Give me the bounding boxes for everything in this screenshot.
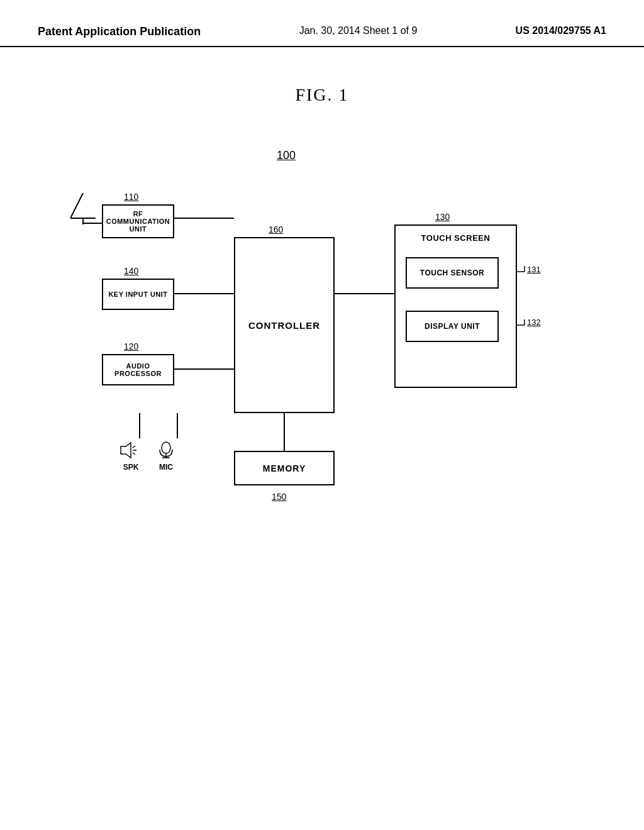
memory-box: MEMORY <box>234 451 335 485</box>
rf-communication-unit-box: RF COMMUNICATION UNIT <box>102 204 174 238</box>
touch-sensor-number-label: 131 <box>527 265 541 274</box>
svg-line-12 <box>133 453 135 455</box>
header-left: Patent Application Publication <box>38 25 201 38</box>
svg-line-10 <box>133 446 135 448</box>
controller-number-label: 160 <box>269 224 283 235</box>
key-input-number-label: 140 <box>124 266 138 276</box>
mic-label: MIC <box>157 463 175 472</box>
key-input-box: KEY INPUT UNIT <box>102 279 174 310</box>
svg-marker-9 <box>121 443 131 458</box>
page-header: Patent Application Publication Jan. 30, … <box>0 0 644 47</box>
main-number-label: 100 <box>277 149 296 162</box>
header-right: US 2014/029755 A1 <box>516 25 606 36</box>
spk-icon: SPK <box>119 441 142 472</box>
touch-screen-number-label: 130 <box>435 212 450 222</box>
mic-icon: MIC <box>157 441 175 472</box>
controller-box: CONTROLLER <box>234 237 335 413</box>
diagram-area: 100 RF COMMUNICATION UNIT 110 CONTROLLER… <box>52 143 592 570</box>
display-unit-box: DISPLAY UNIT <box>406 311 499 342</box>
spk-label: SPK <box>119 463 142 472</box>
svg-point-13 <box>162 442 170 453</box>
audio-number-label: 120 <box>124 341 138 351</box>
figure-title: FIG. 1 <box>0 85 644 105</box>
memory-number-label: 150 <box>272 492 286 502</box>
touch-sensor-box: TOUCH SENSOR <box>406 257 499 289</box>
header-center: Jan. 30, 2014 Sheet 1 of 9 <box>299 25 418 36</box>
rf-number-label: 110 <box>124 192 138 202</box>
touch-screen-box: TOUCH SCREEN TOUCH SENSOR DISPLAY UNIT <box>394 224 517 388</box>
display-number-label: 132 <box>527 318 541 327</box>
antenna-icon <box>70 193 96 227</box>
audio-processor-box: AUDIO PROCESSOR <box>102 354 174 385</box>
